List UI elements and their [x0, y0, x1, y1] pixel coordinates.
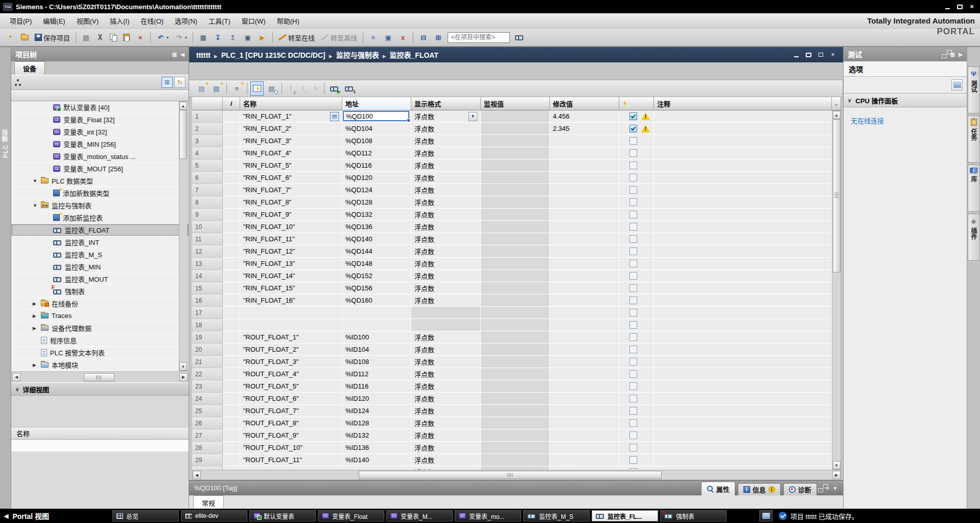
table-row[interactable]: 3"RIN_FLOAT_3"%QD108浮点数: [192, 135, 832, 147]
project-search-input[interactable]: [448, 32, 510, 43]
table-row[interactable]: 15"RIN_FLOAT_15"%QD156浮点数: [192, 282, 832, 294]
snapshot-button[interactable]: ▣: [241, 31, 254, 44]
tree-refresh-button[interactable]: ↻: [174, 77, 185, 88]
comment-cell[interactable]: [654, 160, 832, 172]
modify-value-cell[interactable]: [550, 184, 619, 196]
tree-item-16[interactable]: ▶在线备份: [11, 298, 189, 310]
address-edit-field[interactable]: %QD100: [343, 111, 409, 121]
table-row[interactable]: 25"ROUT_FLOAT_7"%ID124浮点数: [192, 405, 832, 417]
modify-value-cell[interactable]: [550, 147, 619, 160]
table-row[interactable]: 22"ROUT_FLOAT_4"%ID112浮点数: [192, 368, 832, 380]
address-cell[interactable]: %QD112: [342, 147, 411, 160]
tag-name-cell[interactable]: "RIN_FLOAT_3": [240, 135, 342, 147]
address-cell[interactable]: %QD136: [342, 221, 411, 233]
tag-name-cell[interactable]: "ROUT_FLOAT_6": [240, 393, 342, 405]
display-format-cell[interactable]: 浮点数: [411, 442, 481, 454]
modify-enable-checkbox[interactable]: [629, 321, 637, 329]
tree-item-21[interactable]: ▶本地模块: [11, 359, 189, 371]
tag-name-cell[interactable]: "RIN_FLOAT_11": [240, 233, 342, 245]
taskbar-button-4[interactable]: 变量表_M...: [386, 510, 453, 521]
comment-cell[interactable]: [654, 319, 832, 331]
address-cell[interactable]: %ID128: [342, 417, 411, 429]
comment-cell[interactable]: [654, 184, 832, 196]
display-format-cell[interactable]: 浮点数: [411, 466, 481, 470]
tree-item-11[interactable]: 监控表_INT: [11, 236, 189, 248]
breadcrumb-item-3[interactable]: 监控表_FLOAT: [390, 51, 438, 59]
comment-cell[interactable]: [654, 368, 832, 380]
taskbar-button-3[interactable]: 变量表_Float: [318, 510, 384, 521]
comment-cell[interactable]: [654, 270, 832, 282]
insert-rows-button[interactable]: ≡*: [230, 81, 244, 96]
tag-name-cell[interactable]: "ROUT_FLOAT_2": [240, 344, 342, 356]
modify-enable-checkbox[interactable]: [629, 333, 637, 341]
modify-value-cell[interactable]: 4.456: [550, 110, 619, 123]
comment-cell[interactable]: [654, 393, 832, 405]
tree-item-9[interactable]: 添加新监控表: [11, 212, 189, 224]
address-cell[interactable]: %ID132: [342, 429, 411, 442]
stop-modify-button[interactable]: [310, 81, 321, 96]
comment-cell[interactable]: [654, 344, 832, 356]
table-row[interactable]: 23"ROUT_FLOAT_5"%ID116浮点数: [192, 380, 832, 393]
modify-value-cell[interactable]: [550, 331, 619, 344]
modify-enable-checkbox[interactable]: [629, 198, 637, 206]
tag-name-cell[interactable]: "RIN_FLOAT_14": [240, 270, 342, 282]
breadcrumb-item-0[interactable]: tttttt: [196, 51, 211, 59]
menu-item-3[interactable]: 插入(I): [104, 14, 135, 28]
address-cell[interactable]: %QD108: [342, 135, 411, 147]
comment-cell[interactable]: [654, 233, 832, 245]
tree-item-20[interactable]: PLC 报警文本列表: [11, 347, 189, 359]
address-cell[interactable]: [342, 307, 411, 319]
modify-column-header[interactable]: 修改值: [550, 97, 619, 110]
modify-enable-column-header[interactable]: [619, 97, 654, 110]
address-cell[interactable]: %ID120: [342, 393, 411, 405]
menu-item-6[interactable]: 工具(T): [203, 14, 236, 28]
display-format-cell[interactable]: 浮点数: [411, 294, 481, 307]
display-format-cell[interactable]: 浮点数: [411, 233, 481, 245]
tag-name-cell[interactable]: "RIN_FLOAT_4": [240, 147, 342, 160]
modify-value-cell[interactable]: [550, 356, 619, 368]
comment-cell[interactable]: [654, 307, 832, 319]
modify-enable-checkbox[interactable]: [629, 112, 637, 120]
menu-item-0[interactable]: 项目(P): [4, 14, 37, 28]
save-project-button[interactable]: 保存项目: [32, 31, 73, 44]
display-format-cell[interactable]: 浮点数: [411, 393, 481, 405]
modify-value-cell[interactable]: [550, 307, 619, 319]
modify-value-cell[interactable]: [550, 282, 619, 294]
upload-from-device-button[interactable]: ↥: [226, 31, 240, 44]
modify-enable-checkbox[interactable]: [629, 223, 637, 231]
modify-value-cell[interactable]: [550, 294, 619, 307]
table-row[interactable]: 20"ROUT_FLOAT_2"%ID104浮点数: [192, 344, 832, 356]
comment-cell[interactable]: [654, 135, 832, 147]
scroll-right-icon[interactable]: ▶: [179, 373, 188, 381]
comment-cell[interactable]: [654, 196, 832, 209]
tree-item-18[interactable]: ▶设备代理数据: [11, 322, 189, 334]
right-tab-2[interactable]: 库: [968, 165, 980, 212]
tree-hscroll-thumb[interactable]: [84, 373, 114, 381]
tag-name-cell[interactable]: "ROUT_FLOAT_9": [240, 429, 342, 442]
cut-button[interactable]: [94, 31, 106, 44]
taskbar-button-5[interactable]: 变量表_mo...: [455, 510, 521, 521]
portal-view-button[interactable]: ◀ Portal 视图: [4, 511, 112, 521]
display-format-cell[interactable]: 浮点数: [411, 417, 481, 429]
accessible-devices-button[interactable]: ≡: [366, 31, 380, 44]
address-cell[interactable]: %QD148: [342, 258, 411, 270]
tree-item-3[interactable]: 变量表_MIN [256]: [11, 138, 189, 150]
menu-item-4[interactable]: 在线(O): [135, 14, 169, 28]
comment-cell[interactable]: [654, 466, 832, 470]
tree-item-19[interactable]: 程序信息: [11, 334, 189, 347]
modify-enable-checkbox[interactable]: [629, 382, 637, 390]
modify-trigger-button[interactable]: [297, 81, 309, 96]
monitor-all-button[interactable]: [250, 81, 264, 96]
address-cell[interactable]: %ID112: [342, 368, 411, 380]
inspector-tab-0[interactable]: 属性: [701, 482, 735, 495]
modify-value-cell[interactable]: [550, 172, 619, 184]
table-row[interactable]: 16"RIN_FLOAT_16"%QD160浮点数: [192, 294, 832, 307]
comment-cell[interactable]: [654, 221, 832, 233]
start-cpu-button[interactable]: ▶: [255, 31, 269, 44]
display-format-cell[interactable]: 浮点数: [411, 282, 481, 294]
address-cell[interactable]: %ID104: [342, 344, 411, 356]
address-cell[interactable]: %ID124: [342, 405, 411, 417]
menu-item-2[interactable]: 视图(V): [71, 14, 104, 28]
address-cell[interactable]: %QD160: [342, 294, 411, 307]
comment-cell[interactable]: [654, 405, 832, 417]
